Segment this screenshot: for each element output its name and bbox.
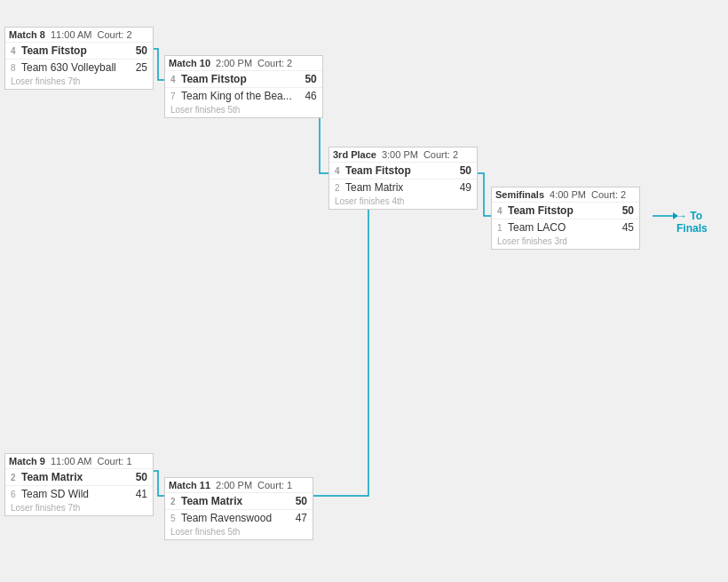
match10-time: 2:00 PM [216,58,252,68]
semifinals-score2: 45 [616,221,634,234]
match9-team2-name: Team SD Wild [21,488,123,500]
match8-team1-name: Team Fitstop [21,44,123,57]
match8-card: Match 8 11:00 AM Court: 2 4 Team Fitstop… [4,27,154,90]
match10-loser: Loser finishes 5th [165,104,322,117]
match9-seed2: 6 [11,490,20,499]
match9-team1-name: Team Matrix [21,471,123,483]
semifinals-seed1: 4 [497,206,506,216]
thirdplace-header: 3rd Place 3:00 PM Court: 2 [329,147,477,162]
thirdplace-name: 3rd Place [333,149,376,160]
match9-card: Match 9 11:00 AM Court: 1 2 Team Matrix … [4,453,154,516]
match11-seed1: 2 [170,497,179,506]
match11-card: Match 11 2:00 PM Court: 1 2 Team Matrix … [164,477,313,540]
thirdplace-card: 3rd Place 3:00 PM Court: 2 4 Team Fitsto… [328,147,478,210]
match11-team1-name: Team Matrix [181,495,282,507]
match11-score2: 47 [289,512,307,524]
thirdplace-seed1: 4 [335,166,344,176]
match11-score1: 50 [289,495,307,507]
match11-team1-row: 2 Team Matrix 50 [165,492,313,509]
match8-score1: 50 [130,44,147,57]
thirdplace-team2-row: 2 Team Matrix 49 [329,179,477,195]
match9-time: 11:00 AM [51,456,91,466]
match9-team2-row: 6 Team SD Wild 41 [5,485,153,502]
match10-score2: 46 [299,90,317,102]
match10-name: Match 10 [169,58,210,68]
match10-score1: 50 [299,73,317,85]
match11-header: Match 11 2:00 PM Court: 1 [165,478,313,492]
match8-court: Court: 2 [97,29,131,40]
match11-loser: Loser finishes 5th [165,526,313,539]
match9-seed1: 2 [11,473,20,482]
match10-court: Court: 2 [257,58,292,68]
semifinals-header: Semifinals 4:00 PM Court: 2 [492,187,639,202]
match11-team2-row: 5 Team Ravenswood 47 [165,509,313,526]
to-finals-label: → To Finals [677,210,728,235]
match11-court: Court: 1 [257,480,292,490]
match9-court: Court: 1 [97,456,131,466]
semifinals-court: Court: 2 [591,189,626,200]
match9-name: Match 9 [9,456,45,466]
thirdplace-loser: Loser finishes 4th [329,195,477,209]
semifinals-time: 4:00 PM [550,189,586,200]
match11-team2-name: Team Ravenswood [181,512,282,524]
match10-team2-name: Team King of the Bea... [181,90,292,102]
thirdplace-team1-name: Team Fitstop [345,164,447,177]
semifinals-card: Semifinals 4:00 PM Court: 2 4 Team Fitst… [491,187,640,250]
match8-team2-row: 8 Team 630 Volleyball 25 [5,59,153,76]
match9-score1: 50 [130,471,147,483]
match10-header: Match 10 2:00 PM Court: 2 [165,56,322,70]
semifinals-team1-row: 4 Team Fitstop 50 [492,202,639,219]
semifinals-team2-name: Team LACO [508,221,609,234]
semifinals-team2-row: 1 Team LACO 45 [492,219,639,235]
match10-team1-name: Team Fitstop [181,73,292,85]
match8-time: 11:00 AM [51,29,91,40]
match8-loser: Loser finishes 7th [5,76,153,89]
semifinals-name: Semifinals [495,189,544,200]
thirdplace-seed2: 2 [335,183,344,193]
match11-name: Match 11 [169,480,210,490]
match10-card: Match 10 2:00 PM Court: 2 4 Team Fitstop… [164,55,323,118]
match11-seed2: 5 [170,514,179,523]
bracket-container: Match 8 11:00 AM Court: 2 4 Team Fitstop… [0,0,728,582]
semifinals-score1: 50 [616,204,634,217]
thirdplace-team2-name: Team Matrix [345,181,447,194]
thirdplace-court: Court: 2 [423,149,458,160]
match9-team1-row: 2 Team Matrix 50 [5,468,153,485]
thirdplace-score2: 49 [454,181,471,194]
match11-time: 2:00 PM [216,480,252,490]
match8-score2: 25 [130,61,147,74]
match9-score2: 41 [130,488,147,500]
thirdplace-team1-row: 4 Team Fitstop 50 [329,162,477,179]
semifinals-team1-name: Team Fitstop [508,204,609,217]
match8-team2-name: Team 630 Volleyball [21,61,123,74]
match10-team2-row: 7 Team King of the Bea... 46 [165,87,322,104]
match8-header: Match 8 11:00 AM Court: 2 [5,28,153,42]
match8-name: Match 8 [9,29,45,40]
semifinals-loser: Loser finishes 3rd [492,235,639,249]
match10-team1-row: 4 Team Fitstop 50 [165,70,322,87]
match8-seed2: 8 [11,63,20,73]
match10-seed1: 4 [170,75,179,84]
match10-seed2: 7 [170,92,179,101]
match9-loser: Loser finishes 7th [5,502,153,515]
semifinals-seed2: 1 [497,223,506,233]
match9-header: Match 9 11:00 AM Court: 1 [5,454,153,468]
thirdplace-time: 3:00 PM [382,149,418,160]
match8-team1-row: 4 Team Fitstop 50 [5,42,153,59]
thirdplace-score1: 50 [454,164,471,177]
match8-seed1: 4 [11,46,20,56]
